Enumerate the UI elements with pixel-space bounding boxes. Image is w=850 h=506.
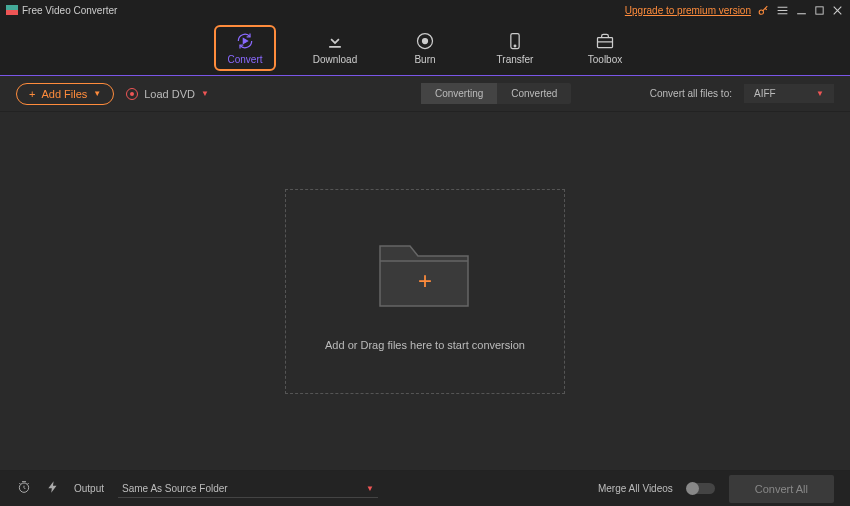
titlebar-left: Free Video Converter bbox=[6, 5, 117, 16]
convert-icon bbox=[235, 31, 255, 51]
output-path-value: Same As Source Folder bbox=[122, 483, 228, 494]
status-segmented: Converting Converted bbox=[421, 83, 572, 104]
app-title: Free Video Converter bbox=[22, 5, 117, 16]
dropzone-hint: Add or Drag files here to start conversi… bbox=[325, 339, 525, 351]
convert-all-label: Convert all files to: bbox=[650, 88, 732, 99]
folder-icon: + bbox=[370, 231, 480, 321]
footer: Output Same As Source Folder ▼ Merge All… bbox=[0, 470, 850, 506]
tab-burn-label: Burn bbox=[414, 54, 435, 65]
svg-text:+: + bbox=[418, 267, 432, 294]
tab-burn[interactable]: Burn bbox=[394, 25, 456, 71]
dropzone[interactable]: + Add or Drag files here to start conver… bbox=[285, 189, 565, 394]
app-logo-icon bbox=[6, 5, 18, 15]
transfer-icon bbox=[505, 31, 525, 51]
chevron-down-icon: ▼ bbox=[366, 484, 374, 493]
close-button[interactable] bbox=[831, 4, 844, 17]
minimize-button[interactable] bbox=[795, 4, 808, 17]
tab-transfer-label: Transfer bbox=[497, 54, 534, 65]
clock-icon[interactable] bbox=[16, 479, 32, 499]
chevron-down-icon: ▼ bbox=[816, 89, 824, 98]
chevron-down-icon: ▼ bbox=[93, 89, 101, 98]
dvd-icon bbox=[126, 88, 138, 100]
header-nav: Convert Download Burn Transfer Toolbox bbox=[0, 20, 850, 75]
merge-label: Merge All Videos bbox=[598, 483, 673, 494]
tab-transfer[interactable]: Transfer bbox=[484, 25, 546, 71]
burn-icon bbox=[415, 31, 435, 51]
plus-icon: + bbox=[29, 88, 35, 100]
chevron-down-icon: ▼ bbox=[201, 89, 209, 98]
tab-download[interactable]: Download bbox=[304, 25, 366, 71]
add-files-label: Add Files bbox=[41, 88, 87, 100]
tab-toolbox[interactable]: Toolbox bbox=[574, 25, 636, 71]
tab-convert-label: Convert bbox=[227, 54, 262, 65]
menu-icon[interactable] bbox=[776, 4, 789, 17]
tab-convert[interactable]: Convert bbox=[214, 25, 276, 71]
convert-all-button[interactable]: Convert All bbox=[729, 475, 834, 503]
add-files-button[interactable]: + Add Files ▼ bbox=[16, 83, 114, 105]
svg-rect-6 bbox=[598, 37, 613, 47]
tab-toolbox-label: Toolbox bbox=[588, 54, 622, 65]
svg-rect-1 bbox=[816, 6, 823, 13]
merge-toggle[interactable] bbox=[687, 483, 715, 494]
output-label: Output bbox=[74, 483, 104, 494]
flash-icon[interactable] bbox=[46, 480, 60, 498]
upgrade-premium-link[interactable]: Upgrade to premium version bbox=[625, 5, 751, 16]
load-dvd-button[interactable]: Load DVD ▼ bbox=[126, 88, 209, 100]
workarea: + Add or Drag files here to start conver… bbox=[0, 112, 850, 470]
toolbar: + Add Files ▼ Load DVD ▼ Converting Conv… bbox=[0, 76, 850, 112]
download-icon bbox=[325, 31, 345, 51]
load-dvd-label: Load DVD bbox=[144, 88, 195, 100]
seg-converted[interactable]: Converted bbox=[497, 83, 571, 104]
titlebar: Free Video Converter Upgrade to premium … bbox=[0, 0, 850, 20]
format-value: AIFF bbox=[754, 88, 776, 99]
key-icon[interactable] bbox=[757, 4, 770, 17]
toolbox-icon bbox=[595, 31, 615, 51]
seg-converting[interactable]: Converting bbox=[421, 83, 497, 104]
svg-point-5 bbox=[514, 45, 516, 47]
format-select[interactable]: AIFF ▼ bbox=[744, 84, 834, 103]
tab-download-label: Download bbox=[313, 54, 357, 65]
titlebar-right: Upgrade to premium version bbox=[625, 4, 844, 17]
output-path-select[interactable]: Same As Source Folder ▼ bbox=[118, 480, 378, 498]
maximize-button[interactable] bbox=[814, 5, 825, 16]
svg-point-3 bbox=[423, 38, 428, 43]
